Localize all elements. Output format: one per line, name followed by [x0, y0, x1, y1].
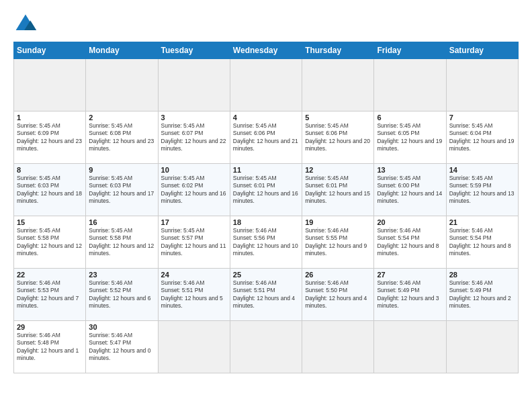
day-info: Sunrise: 5:45 AM Sunset: 5:58 PM Dayligh…: [17, 227, 83, 258]
calendar-day: 8 Sunrise: 5:45 AM Sunset: 6:03 PM Dayli…: [14, 164, 86, 216]
calendar-day: 24 Sunrise: 5:46 AM Sunset: 5:51 PM Dayl…: [158, 269, 230, 321]
day-number: 5: [305, 113, 371, 122]
day-info: Sunrise: 5:45 AM Sunset: 6:00 PM Dayligh…: [377, 175, 443, 205]
calendar-day: 7 Sunrise: 5:45 AM Sunset: 6:04 PM Dayli…: [446, 111, 518, 164]
calendar-day: 30 Sunrise: 5:46 AM Sunset: 5:47 PM Dayl…: [86, 321, 158, 373]
day-info: Sunrise: 5:45 AM Sunset: 6:05 PM Dayligh…: [377, 122, 443, 153]
calendar-day: 17 Sunrise: 5:45 AM Sunset: 5:57 PM Dayl…: [158, 216, 230, 269]
calendar-day: [230, 321, 302, 373]
day-number: 17: [161, 218, 227, 226]
calendar-day: 26 Sunrise: 5:46 AM Sunset: 5:50 PM Dayl…: [302, 269, 374, 321]
day-number: 29: [17, 323, 83, 331]
day-number: 1: [17, 113, 83, 122]
calendar-day: [158, 59, 230, 111]
calendar-day: 14 Sunrise: 5:45 AM Sunset: 5:59 PM Dayl…: [446, 164, 518, 216]
day-number: 26: [305, 271, 371, 279]
calendar-day: 4 Sunrise: 5:45 AM Sunset: 6:06 PM Dayli…: [230, 111, 302, 164]
weekday-header-tuesday: Tuesday: [158, 42, 230, 59]
day-info: Sunrise: 5:46 AM Sunset: 5:52 PM Dayligh…: [89, 279, 154, 310]
calendar-day: 3 Sunrise: 5:45 AM Sunset: 6:07 PM Dayli…: [158, 111, 230, 164]
calendar-day: 29 Sunrise: 5:46 AM Sunset: 5:48 PM Dayl…: [14, 321, 86, 373]
day-number: 27: [377, 271, 443, 279]
calendar-day: 21 Sunrise: 5:46 AM Sunset: 5:54 PM Dayl…: [446, 216, 518, 269]
day-info: Sunrise: 5:45 AM Sunset: 6:02 PM Dayligh…: [161, 175, 227, 205]
calendar-day: 12 Sunrise: 5:45 AM Sunset: 6:01 PM Dayl…: [302, 164, 374, 216]
day-info: Sunrise: 5:45 AM Sunset: 6:08 PM Dayligh…: [89, 122, 154, 153]
day-info: Sunrise: 5:46 AM Sunset: 5:54 PM Dayligh…: [377, 227, 443, 258]
calendar-week-3: 8 Sunrise: 5:45 AM Sunset: 6:03 PM Dayli…: [14, 164, 519, 216]
day-number: 20: [377, 218, 443, 226]
day-info: Sunrise: 5:45 AM Sunset: 6:04 PM Dayligh…: [449, 122, 515, 153]
day-number: 28: [449, 271, 515, 279]
day-number: 15: [17, 218, 83, 226]
calendar-week-6: 29 Sunrise: 5:46 AM Sunset: 5:48 PM Dayl…: [14, 321, 519, 373]
calendar-day: 5 Sunrise: 5:45 AM Sunset: 6:06 PM Dayli…: [302, 111, 374, 164]
day-info: Sunrise: 5:45 AM Sunset: 6:01 PM Dayligh…: [233, 175, 299, 205]
day-number: 2: [89, 113, 154, 122]
day-info: Sunrise: 5:45 AM Sunset: 6:03 PM Dayligh…: [89, 175, 154, 205]
day-info: Sunrise: 5:46 AM Sunset: 5:49 PM Dayligh…: [449, 279, 515, 310]
calendar-day: [446, 59, 518, 111]
header: [13, 12, 519, 36]
calendar-week-2: 1 Sunrise: 5:45 AM Sunset: 6:09 PM Dayli…: [14, 111, 519, 164]
day-number: 23: [89, 271, 154, 279]
calendar-day: [86, 59, 158, 111]
day-info: Sunrise: 5:45 AM Sunset: 5:59 PM Dayligh…: [449, 175, 515, 205]
day-number: 9: [89, 166, 154, 174]
calendar-day: [302, 321, 374, 373]
calendar-day: 19 Sunrise: 5:46 AM Sunset: 5:55 PM Dayl…: [302, 216, 374, 269]
day-info: Sunrise: 5:46 AM Sunset: 5:48 PM Dayligh…: [17, 332, 83, 363]
calendar-day: [302, 59, 374, 111]
calendar-day: 9 Sunrise: 5:45 AM Sunset: 6:03 PM Dayli…: [86, 164, 158, 216]
page: SundayMondayTuesdayWednesdayThursdayFrid…: [0, 0, 532, 411]
day-info: Sunrise: 5:46 AM Sunset: 5:49 PM Dayligh…: [377, 279, 443, 310]
day-number: 3: [161, 113, 227, 122]
day-info: Sunrise: 5:46 AM Sunset: 5:50 PM Dayligh…: [305, 279, 371, 310]
calendar-day: 25 Sunrise: 5:46 AM Sunset: 5:51 PM Dayl…: [230, 269, 302, 321]
calendar-day: 6 Sunrise: 5:45 AM Sunset: 6:05 PM Dayli…: [374, 111, 446, 164]
day-info: Sunrise: 5:46 AM Sunset: 5:51 PM Dayligh…: [161, 279, 227, 310]
calendar-week-4: 15 Sunrise: 5:45 AM Sunset: 5:58 PM Dayl…: [14, 216, 519, 269]
day-info: Sunrise: 5:46 AM Sunset: 5:54 PM Dayligh…: [449, 227, 515, 258]
calendar-table: SundayMondayTuesdayWednesdayThursdayFrid…: [13, 42, 519, 373]
calendar-day: [374, 59, 446, 111]
day-info: Sunrise: 5:45 AM Sunset: 6:03 PM Dayligh…: [17, 175, 83, 205]
calendar-day: 2 Sunrise: 5:45 AM Sunset: 6:08 PM Dayli…: [86, 111, 158, 164]
weekday-header-thursday: Thursday: [302, 42, 374, 59]
calendar-day: 28 Sunrise: 5:46 AM Sunset: 5:49 PM Dayl…: [446, 269, 518, 321]
calendar-day: [158, 321, 230, 373]
day-number: 16: [89, 218, 154, 226]
day-number: 6: [377, 113, 443, 122]
day-info: Sunrise: 5:45 AM Sunset: 6:06 PM Dayligh…: [233, 122, 299, 153]
day-number: 13: [377, 166, 443, 174]
day-info: Sunrise: 5:45 AM Sunset: 5:57 PM Dayligh…: [161, 227, 227, 258]
calendar-day: 18 Sunrise: 5:46 AM Sunset: 5:56 PM Dayl…: [230, 216, 302, 269]
day-number: 12: [305, 166, 371, 174]
calendar-day: [446, 321, 518, 373]
day-info: Sunrise: 5:45 AM Sunset: 6:01 PM Dayligh…: [305, 175, 371, 205]
calendar-day: 15 Sunrise: 5:45 AM Sunset: 5:58 PM Dayl…: [14, 216, 86, 269]
weekday-header-friday: Friday: [374, 42, 446, 59]
weekday-header-wednesday: Wednesday: [230, 42, 302, 59]
calendar-day: 10 Sunrise: 5:45 AM Sunset: 6:02 PM Dayl…: [158, 164, 230, 216]
day-number: 30: [89, 323, 154, 331]
day-number: 7: [449, 113, 515, 122]
calendar-day: 13 Sunrise: 5:45 AM Sunset: 6:00 PM Dayl…: [374, 164, 446, 216]
calendar-day: 16 Sunrise: 5:45 AM Sunset: 5:58 PM Dayl…: [86, 216, 158, 269]
day-info: Sunrise: 5:45 AM Sunset: 6:09 PM Dayligh…: [17, 122, 83, 153]
day-info: Sunrise: 5:46 AM Sunset: 5:55 PM Dayligh…: [305, 227, 371, 258]
day-number: 18: [233, 218, 299, 226]
calendar-day: 23 Sunrise: 5:46 AM Sunset: 5:52 PM Dayl…: [86, 269, 158, 321]
weekday-header-sunday: Sunday: [14, 42, 86, 59]
calendar-day: [230, 59, 302, 111]
calendar-day: 27 Sunrise: 5:46 AM Sunset: 5:49 PM Dayl…: [374, 269, 446, 321]
weekday-header-monday: Monday: [86, 42, 158, 59]
calendar-day: [14, 59, 86, 111]
day-number: 19: [305, 218, 371, 226]
day-number: 8: [17, 166, 83, 174]
day-info: Sunrise: 5:45 AM Sunset: 6:06 PM Dayligh…: [305, 122, 371, 153]
day-number: 22: [17, 271, 83, 279]
calendar-day: 22 Sunrise: 5:46 AM Sunset: 5:53 PM Dayl…: [14, 269, 86, 321]
day-number: 21: [449, 218, 515, 226]
day-info: Sunrise: 5:45 AM Sunset: 6:07 PM Dayligh…: [161, 122, 227, 153]
